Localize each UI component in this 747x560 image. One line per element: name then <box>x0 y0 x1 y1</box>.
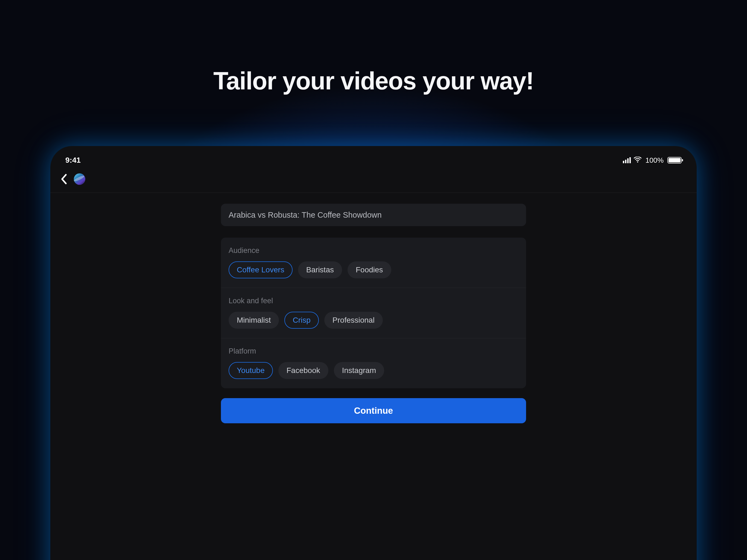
video-title-input[interactable]: Arabica vs Robusta: The Coffee Showdown <box>221 204 526 226</box>
audience-chips: Coffee Lovers Baristas Foodies <box>229 261 518 278</box>
content-area: Arabica vs Robusta: The Coffee Showdown … <box>50 193 697 423</box>
battery-icon <box>667 157 681 163</box>
audience-chip-baristas[interactable]: Baristas <box>298 261 342 278</box>
audience-label: Audience <box>229 246 518 255</box>
platform-chip-instagram[interactable]: Instagram <box>334 362 384 379</box>
audience-chip-foodies[interactable]: Foodies <box>347 261 391 278</box>
look-chip-crisp[interactable]: Crisp <box>284 312 318 329</box>
app-logo-icon <box>74 173 85 185</box>
cellular-icon <box>623 157 631 163</box>
wifi-icon <box>634 157 642 164</box>
platform-chip-facebook[interactable]: Facebook <box>278 362 328 379</box>
audience-chip-coffee-lovers[interactable]: Coffee Lovers <box>229 261 292 278</box>
platform-label: Platform <box>229 347 518 355</box>
status-indicators: 100% <box>623 156 682 164</box>
audience-section: Audience Coffee Lovers Baristas Foodies <box>221 238 526 288</box>
look-chip-professional[interactable]: Professional <box>324 312 383 329</box>
back-button[interactable] <box>60 174 67 184</box>
nav-bar <box>50 171 697 193</box>
status-bar: 9:41 100% <box>50 146 697 171</box>
look-section: Look and feel Minimalist Crisp Professio… <box>221 288 526 338</box>
look-chip-minimalist[interactable]: Minimalist <box>229 312 279 329</box>
device-frame: 9:41 100% Arabica vs Robusta: The Coff <box>50 146 697 560</box>
page-headline: Tailor your videos your way! <box>213 67 534 95</box>
platform-chips: Youtube Facebook Instagram <box>229 362 518 379</box>
platform-section: Platform Youtube Facebook Instagram <box>221 338 526 388</box>
options-card: Audience Coffee Lovers Baristas Foodies … <box>221 238 526 388</box>
look-chips: Minimalist Crisp Professional <box>229 312 518 329</box>
battery-percentage: 100% <box>646 156 664 164</box>
platform-chip-youtube[interactable]: Youtube <box>229 362 273 379</box>
continue-button[interactable]: Continue <box>221 398 526 423</box>
status-time: 9:41 <box>66 156 81 164</box>
look-label: Look and feel <box>229 297 518 305</box>
